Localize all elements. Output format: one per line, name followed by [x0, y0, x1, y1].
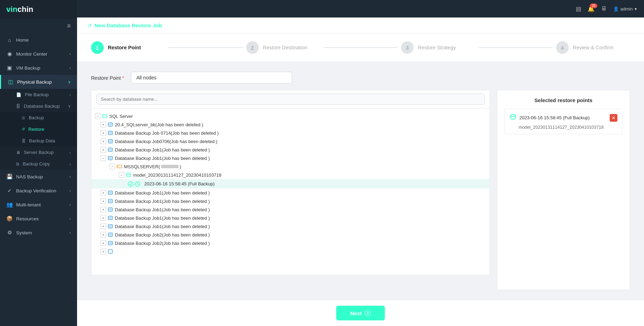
- tree-node-sql-server[interactable]: − SQL Server: [91, 112, 490, 120]
- step-1-circle: 1: [91, 41, 104, 54]
- expander-icon[interactable]: +: [101, 139, 106, 144]
- expander-icon[interactable]: +: [101, 215, 106, 221]
- bottom-bar: Next: [77, 300, 644, 326]
- sidebar-item-physical-backup[interactable]: ◫ Physical Backup ∨: [0, 75, 77, 89]
- physical-backup-icon: ◫: [7, 79, 14, 85]
- svg-rect-25: [108, 199, 112, 203]
- svg-rect-8: [108, 140, 112, 143]
- tree-node-job11[interactable]: + Database Backup Job2(Job has been dele…: [91, 231, 490, 239]
- hamburger-menu[interactable]: ≡: [0, 19, 77, 33]
- tree-node-job8[interactable]: + Database Backup Job1(Job has been dele…: [91, 205, 490, 214]
- file-icon: 📄: [16, 92, 21, 97]
- refresh-icon[interactable]: ↺: [88, 23, 92, 28]
- field-label: Restore Point: [91, 75, 121, 81]
- sidebar-item-vm-backup[interactable]: ▣ VM Backup ›: [0, 61, 77, 75]
- sidebar-item-home[interactable]: ⌂ Home: [0, 33, 77, 47]
- db-job-icon: [108, 240, 113, 246]
- db-job-icon: [108, 155, 113, 161]
- expander-icon[interactable]: +: [101, 207, 106, 212]
- sql-server-icon: [102, 113, 108, 119]
- tree-node-job10[interactable]: + Database Backup Job1(Job has been dele…: [91, 222, 490, 231]
- step-2-number: 2: [251, 45, 254, 51]
- expander-icon[interactable]: +: [101, 232, 106, 238]
- svg-rect-2: [108, 123, 112, 126]
- sidebar-item-backup-data[interactable]: 🗄 Backup Data: [0, 135, 77, 147]
- sidebar-item-label: Multi-tenant: [16, 202, 41, 207]
- step-3-number: 3: [406, 45, 409, 51]
- db-job-icon: [108, 207, 113, 212]
- messages-icon[interactable]: ▤: [576, 5, 581, 13]
- tree-node-job13[interactable]: +: [91, 247, 490, 255]
- masked-value: [161, 165, 179, 168]
- sidebar-item-backup-verification[interactable]: ✓ Backup Verification ›: [0, 184, 77, 198]
- expander-icon[interactable]: −: [110, 164, 115, 169]
- tree-node-job7[interactable]: + Database Backup Job1(Job has been dele…: [91, 197, 490, 205]
- expander-icon[interactable]: −: [95, 113, 101, 119]
- sidebar-item-database-backup[interactable]: 🗄 Database Backup ∨: [0, 100, 77, 112]
- sidebar-item-backup[interactable]: ◎ Backup: [0, 112, 77, 123]
- sidebar-item-file-backup[interactable]: 📄 File Backup ›: [0, 89, 77, 100]
- sidebar-item-label: Backup Verification: [16, 188, 56, 193]
- expander-icon[interactable]: +: [101, 198, 106, 204]
- sidebar-item-restore[interactable]: ↺ Restore: [0, 123, 77, 135]
- tree-node-job5-expanded[interactable]: − Database Backup Job1(Job has been dele…: [91, 154, 490, 162]
- chevron-right-icon: ›: [69, 93, 71, 97]
- sidebar-item-system[interactable]: ⚙ System ›: [0, 226, 77, 240]
- left-panel: − SQL Server + 20.4_SQLserver_bk(Job has…: [91, 90, 490, 275]
- expander-icon[interactable]: +: [101, 130, 106, 136]
- sidebar-item-resources[interactable]: 📦 Resources ›: [0, 212, 77, 226]
- db-job-icon: [108, 190, 113, 196]
- search-input[interactable]: [96, 94, 485, 105]
- expander-icon[interactable]: +: [101, 249, 106, 254]
- expander-icon[interactable]: +: [101, 122, 106, 127]
- tree-node-backup-point[interactable]: 2023-06-16 15:58:45 (Full Backup): [91, 179, 490, 189]
- tree-node-model-db[interactable]: − model_20230131114127_20230410103718: [91, 171, 490, 179]
- tree-node-job3[interactable]: + Database Backup Job0706(Job has been d…: [91, 137, 490, 146]
- tree-node-label: Database Backup Job1(Job has been delete…: [115, 190, 210, 196]
- expander-icon[interactable]: +: [101, 147, 106, 153]
- chevron-down-icon: ∨: [68, 80, 71, 84]
- step-3: 3 Restore Strategy: [401, 41, 475, 54]
- db-job-icon: [108, 224, 113, 229]
- svg-rect-31: [108, 216, 112, 220]
- tree-node-job1[interactable]: + 20.4_SQLserver_bk(Job has been deleted…: [91, 120, 490, 129]
- expander-icon[interactable]: −: [101, 155, 106, 161]
- tree-node-job2[interactable]: + Database Backup Job 0714(Job has been …: [91, 129, 490, 137]
- svg-rect-37: [108, 233, 112, 236]
- sidebar-item-nas-backup[interactable]: 💾 NAS Backup ›: [0, 170, 77, 184]
- db-icon: [126, 172, 131, 178]
- sidebar-item-server-backup[interactable]: 🖥 Server Backup ›: [0, 147, 77, 158]
- nodes-dropdown[interactable]: All nodes Node 1 Node 2: [131, 72, 292, 84]
- nas-icon: 💾: [6, 173, 13, 180]
- svg-point-19: [126, 173, 131, 175]
- monitor-icon[interactable]: 🖥: [601, 5, 607, 12]
- required-marker: *: [122, 75, 124, 81]
- db-job-icon: [108, 249, 113, 254]
- step-2-label: Restore Destination: [263, 45, 307, 50]
- svg-rect-28: [108, 208, 112, 211]
- next-button[interactable]: Next: [336, 306, 385, 320]
- remove-selected-button[interactable]: ✕: [610, 114, 617, 122]
- user-chevron-icon: ▾: [635, 6, 637, 12]
- expander-icon[interactable]: +: [101, 240, 106, 246]
- user-menu[interactable]: 👤 admin ▾: [613, 6, 637, 12]
- clock-icon: [135, 181, 140, 187]
- expander-icon[interactable]: −: [119, 172, 124, 178]
- svg-rect-11: [108, 148, 112, 151]
- checked-icon: [128, 181, 133, 187]
- sidebar-sub-label: Backup Data: [29, 138, 55, 143]
- svg-rect-22: [108, 191, 112, 194]
- tree-node-mssql[interactable]: − MSSQLSERVER( ): [91, 162, 490, 171]
- expander-icon[interactable]: +: [101, 224, 106, 229]
- tree-node-job12[interactable]: + Database Backup Job2(Job has been dele…: [91, 239, 490, 247]
- tree-node-job4[interactable]: + Database Backup Job1(Job has been dele…: [91, 146, 490, 154]
- tree-node-label: Database Backup Job 0714(Job has been de…: [115, 130, 219, 136]
- sidebar: vinchin ≡ ⌂ Home ◉ Monitor Center › ▣ VM…: [0, 0, 77, 326]
- notifications-button[interactable]: 🔔 25: [588, 6, 595, 12]
- expander-icon[interactable]: +: [101, 190, 106, 196]
- tree-node-job9[interactable]: + Database Backup Job1(Job has been dele…: [91, 214, 490, 222]
- tree-node-job6[interactable]: + Database Backup Job1(Job has been dele…: [91, 189, 490, 197]
- sidebar-item-monitor-center[interactable]: ◉ Monitor Center ›: [0, 47, 77, 61]
- sidebar-item-backup-copy[interactable]: ⧉ Backup Copy ›: [0, 158, 77, 170]
- sidebar-item-multi-tenant[interactable]: 👥 Multi-tenant ›: [0, 198, 77, 212]
